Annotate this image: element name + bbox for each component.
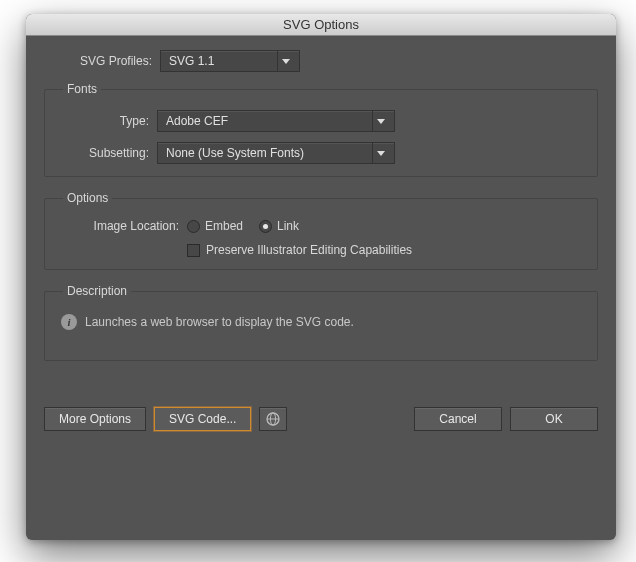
options-group: Options Image Location: Embed Link xyxy=(44,191,598,270)
radio-embed[interactable]: Embed xyxy=(187,219,243,233)
dialog-title: SVG Options xyxy=(26,14,616,36)
preserve-capabilities-label: Preserve Illustrator Editing Capabilitie… xyxy=(206,243,412,257)
chevron-down-icon xyxy=(372,143,388,163)
dialog-content: SVG Profiles: SVG 1.1 Fonts Type: Adobe … xyxy=(26,36,616,447)
radio-link-label: Link xyxy=(277,219,299,233)
radio-icon xyxy=(259,220,272,233)
chevron-down-icon xyxy=(372,111,388,131)
dialog-footer: More Options SVG Code... Cancel OK xyxy=(44,407,598,431)
fonts-legend: Fonts xyxy=(63,82,101,96)
description-legend: Description xyxy=(63,284,131,298)
cancel-button[interactable]: Cancel xyxy=(414,407,502,431)
subsetting-value: None (Use System Fonts) xyxy=(166,146,366,160)
web-preview-button[interactable] xyxy=(259,407,287,431)
svg-profiles-label: SVG Profiles: xyxy=(44,54,160,68)
options-legend: Options xyxy=(63,191,112,205)
svg-profiles-select[interactable]: SVG 1.1 xyxy=(160,50,300,72)
svg-code-button[interactable]: SVG Code... xyxy=(154,407,251,431)
preserve-capabilities-checkbox[interactable]: Preserve Illustrator Editing Capabilitie… xyxy=(187,243,412,257)
radio-embed-label: Embed xyxy=(205,219,243,233)
font-type-select[interactable]: Adobe CEF xyxy=(157,110,395,132)
more-options-button[interactable]: More Options xyxy=(44,407,146,431)
svg-options-dialog: SVG Options SVG Profiles: SVG 1.1 Fonts … xyxy=(26,14,616,540)
ok-button[interactable]: OK xyxy=(510,407,598,431)
chevron-down-icon xyxy=(277,51,293,71)
description-text: Launches a web browser to display the SV… xyxy=(85,315,354,329)
globe-icon xyxy=(266,412,280,426)
description-group: Description i Launches a web browser to … xyxy=(44,284,598,361)
radio-icon xyxy=(187,220,200,233)
font-type-value: Adobe CEF xyxy=(166,114,366,128)
image-location-radios: Embed Link xyxy=(187,219,299,233)
info-icon: i xyxy=(61,314,77,330)
fonts-group: Fonts Type: Adobe CEF Subsetting: None (… xyxy=(44,82,598,177)
checkbox-icon xyxy=(187,244,200,257)
radio-link[interactable]: Link xyxy=(259,219,299,233)
subsetting-label: Subsetting: xyxy=(57,146,157,160)
font-type-label: Type: xyxy=(57,114,157,128)
subsetting-select[interactable]: None (Use System Fonts) xyxy=(157,142,395,164)
image-location-label: Image Location: xyxy=(57,219,187,233)
svg-profiles-value: SVG 1.1 xyxy=(169,54,271,68)
